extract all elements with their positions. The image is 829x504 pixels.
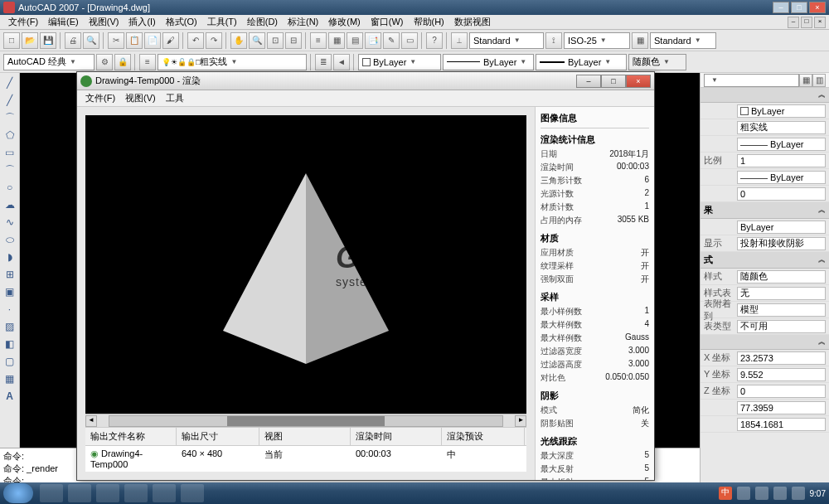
- layer-prev-button[interactable]: ◄: [333, 54, 350, 70]
- tray-network-icon[interactable]: [755, 487, 768, 500]
- tablestyle-combo[interactable]: Standard▼: [650, 32, 716, 49]
- prop-plottable[interactable]: 无: [737, 287, 826, 300]
- ellipse-icon[interactable]: ⬭: [2, 231, 18, 248]
- block-icon[interactable]: ▣: [2, 284, 18, 300]
- mtext-icon[interactable]: A: [2, 388, 18, 405]
- task-explorer-icon[interactable]: [40, 484, 63, 502]
- task-word-icon[interactable]: [181, 484, 204, 502]
- properties-button[interactable]: ≡: [310, 32, 327, 49]
- pick-add-icon[interactable]: ▥: [812, 74, 826, 87]
- color-combo[interactable]: ByLayer▼: [358, 54, 441, 70]
- col-size[interactable]: 输出尺寸: [177, 428, 259, 445]
- menu-dim[interactable]: 标注(N): [283, 16, 323, 28]
- props-section-3d[interactable]: 果︽: [701, 202, 829, 219]
- col-preset[interactable]: 渲染预设: [442, 428, 525, 445]
- menu-dataview[interactable]: 数据视图: [449, 16, 496, 28]
- menu-help[interactable]: 帮助(H): [409, 16, 449, 28]
- tray-action-icon[interactable]: [792, 487, 805, 500]
- scroll-left-button[interactable]: ◄: [85, 415, 97, 427]
- render-menu-file[interactable]: 文件(F): [80, 92, 120, 104]
- tablestyle-icon[interactable]: ▦: [632, 32, 648, 49]
- maximize-button[interactable]: □: [791, 2, 807, 13]
- menu-file[interactable]: 文件(F): [3, 16, 43, 28]
- prop-material[interactable]: ByLayer: [737, 220, 826, 234]
- calc-button[interactable]: ▭: [401, 32, 418, 49]
- preview-button[interactable]: 🔍: [83, 32, 99, 49]
- scroll-right-button[interactable]: ►: [515, 415, 526, 427]
- render-close-button[interactable]: ×: [626, 75, 651, 88]
- menu-view[interactable]: 视图(V): [84, 16, 124, 28]
- prop-color[interactable]: ByLayer: [737, 104, 826, 118]
- minimize-button[interactable]: –: [773, 2, 789, 13]
- render-menu-view[interactable]: 视图(V): [120, 92, 161, 104]
- copy-button[interactable]: 📋: [126, 32, 143, 49]
- prop-attach[interactable]: 模型: [737, 303, 826, 317]
- start-button[interactable]: [3, 483, 33, 503]
- prop-layer[interactable]: 粗实线: [737, 121, 826, 134]
- render-menu-tools[interactable]: 工具: [161, 92, 189, 104]
- layer-state-button[interactable]: ≣: [315, 54, 332, 70]
- textstyle-combo[interactable]: Standard▼: [469, 32, 544, 49]
- insert-icon[interactable]: ⊞: [2, 266, 18, 283]
- rectangle-icon[interactable]: ▭: [2, 144, 18, 161]
- dimstyle-combo[interactable]: ISO-25▼: [564, 32, 630, 49]
- menu-format[interactable]: 格式(O): [161, 16, 202, 28]
- task-app-icon[interactable]: [124, 484, 148, 502]
- col-filename[interactable]: 输出文件名称: [85, 428, 177, 445]
- workspace-save-button[interactable]: ⚙: [96, 54, 113, 70]
- prop-tabletype[interactable]: 不可用: [737, 320, 826, 333]
- ellipsearc-icon[interactable]: ◗: [2, 249, 18, 265]
- paste-button[interactable]: 📄: [144, 32, 161, 49]
- prop-height[interactable]: 77.3959: [737, 401, 826, 414]
- polyline-icon[interactable]: ⌒: [2, 109, 18, 126]
- prop-lineweight[interactable]: ——— ByLayer: [737, 171, 826, 184]
- save-button[interactable]: 💾: [40, 32, 56, 49]
- revcloud-icon[interactable]: ☁: [2, 196, 18, 213]
- prop-width[interactable]: 1854.1681: [737, 418, 826, 431]
- menu-window[interactable]: 窗口(W): [366, 16, 409, 28]
- tray-battery-icon[interactable]: [773, 487, 787, 500]
- region-icon[interactable]: ▢: [2, 353, 18, 370]
- props-section-plot[interactable]: 式︽: [701, 252, 829, 269]
- scroll-thumb[interactable]: [227, 416, 385, 426]
- prop-ltscale[interactable]: 1: [737, 154, 826, 167]
- linetype-combo[interactable]: ByLayer▼: [443, 54, 534, 70]
- xline-icon[interactable]: ╱: [2, 92, 18, 109]
- task-autocad-icon[interactable]: [153, 484, 176, 502]
- props-section-view[interactable]: ︽: [701, 335, 829, 350]
- pan-button[interactable]: ✋: [230, 32, 247, 49]
- help-button[interactable]: ?: [426, 32, 443, 49]
- menu-insert[interactable]: 插入(I): [124, 16, 160, 28]
- dimstyle-icon[interactable]: ⟟: [545, 32, 562, 49]
- props-section-general[interactable]: ︽: [701, 88, 829, 103]
- scroll-track[interactable]: [109, 415, 503, 427]
- table-row[interactable]: ◉ Drawing4-Temp000 640 × 480 当前 00:00:03…: [85, 446, 526, 472]
- print-button[interactable]: 🖨: [65, 32, 81, 49]
- mdi-restore-button[interactable]: □: [801, 17, 812, 28]
- zoom-prev-button[interactable]: ⊟: [285, 32, 302, 49]
- mdi-close-button[interactable]: ×: [814, 17, 826, 28]
- markup-button[interactable]: ✎: [383, 32, 400, 49]
- col-time[interactable]: 渲染时间: [351, 428, 442, 445]
- matchprop-button[interactable]: 🖌: [162, 32, 179, 49]
- zoom-window-button[interactable]: ⊡: [267, 32, 284, 49]
- gradient-icon[interactable]: ◧: [2, 336, 18, 352]
- col-view[interactable]: 视图: [259, 428, 351, 445]
- line-icon[interactable]: ╱: [2, 75, 18, 91]
- prop-plotstyle[interactable]: 随颜色: [737, 270, 826, 284]
- designcenter-button[interactable]: ▦: [328, 32, 345, 49]
- mdi-minimize-button[interactable]: –: [788, 17, 799, 28]
- prop-shadow[interactable]: 投射和接收阴影: [737, 237, 826, 250]
- layer-combo[interactable]: 💡☀🔓🔒□ 粗实线▼: [158, 54, 307, 70]
- point-icon[interactable]: ·: [2, 301, 18, 317]
- prop-center-z[interactable]: 0: [737, 385, 826, 398]
- layer-props-button[interactable]: ≡: [139, 54, 156, 70]
- quick-select-icon[interactable]: ▦: [799, 74, 812, 87]
- spline-icon[interactable]: ∿: [2, 214, 18, 230]
- workspace-settings-button[interactable]: 🔒: [114, 54, 131, 70]
- open-button[interactable]: 📂: [22, 32, 38, 49]
- undo-button[interactable]: ↶: [187, 32, 204, 49]
- sheetset-button[interactable]: 📑: [365, 32, 381, 49]
- toolpalettes-button[interactable]: ▤: [347, 32, 363, 49]
- render-titlebar[interactable]: Drawing4-Temp000 - 渲染 – □ ×: [77, 72, 654, 90]
